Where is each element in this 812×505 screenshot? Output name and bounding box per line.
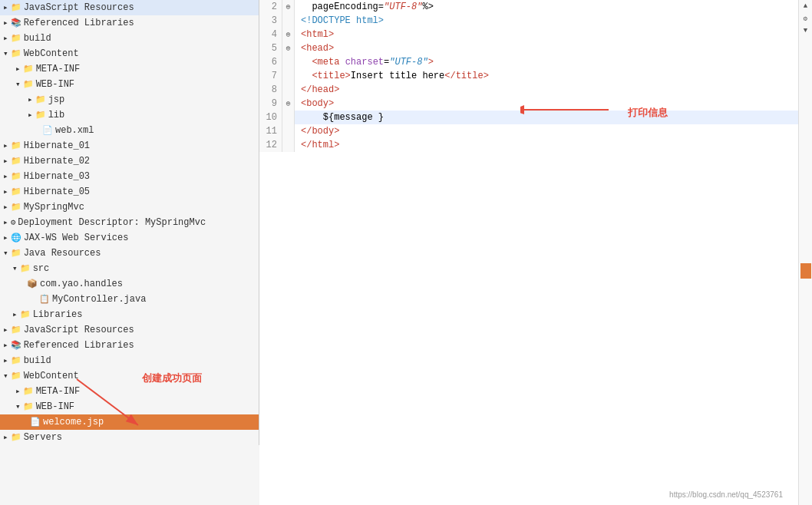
file-icon: 📁 bbox=[20, 262, 31, 276]
expand-icon: ▾ bbox=[3, 369, 8, 383]
line-fold-icon bbox=[282, 124, 295, 138]
file-icon: 📁 bbox=[23, 400, 34, 414]
file-icon: 📁 bbox=[11, 185, 21, 199]
expand-icon: ▸ bbox=[15, 62, 21, 76]
file-icon: 📁 bbox=[20, 308, 31, 322]
tree-item-deployment[interactable]: ▸⚙Deployment Descriptor: MySpringMvc bbox=[0, 215, 259, 230]
line-fold-icon[interactable]: ⊕ bbox=[282, 97, 295, 111]
tree-item-hibernate01[interactable]: ▸📁Hibernate_01 bbox=[0, 138, 259, 153]
line-number: 9 bbox=[259, 97, 282, 111]
tree-item-ref-libraries-2[interactable]: ▸📚Referenced Libraries bbox=[0, 338, 259, 353]
tree-item-hibernate05[interactable]: ▸📁Hibernate_05 bbox=[0, 184, 259, 200]
line-fold-icon bbox=[282, 111, 295, 124]
line-content: <title>Insert title here</title> bbox=[295, 69, 798, 83]
line-fold-icon[interactable]: ⊕ bbox=[282, 28, 295, 41]
tree-label: Hibernate_03 bbox=[24, 170, 90, 183]
tree-label: Hibernate_05 bbox=[24, 185, 90, 199]
tree-label: JAX-WS Web Services bbox=[24, 231, 129, 245]
tree-item-webxml-1[interactable]: 📄web.xml bbox=[0, 123, 259, 138]
expand-icon: ▸ bbox=[3, 170, 8, 183]
tree-label: WEB-INF bbox=[36, 400, 74, 414]
tree-item-webcontent-2[interactable]: ▾📁WebContent bbox=[0, 368, 259, 384]
tree-item-js-resources-1[interactable]: ▸📁JavaScript Resources bbox=[0, 0, 259, 15]
expand-icon: ▸ bbox=[3, 31, 8, 45]
tree-item-web-inf-2[interactable]: ▾📁WEB-INF bbox=[0, 399, 259, 414]
file-icon: 📁 bbox=[11, 1, 21, 15]
file-icon: 📁 bbox=[11, 246, 21, 260]
code-line-12: 12</html> bbox=[259, 138, 798, 152]
line-fold-icon bbox=[282, 83, 295, 97]
minimap-expand[interactable]: ▼ bbox=[800, 25, 812, 37]
tree-label: MyController.java bbox=[52, 292, 146, 306]
file-icon: 📁 bbox=[11, 200, 21, 214]
line-number: 10 bbox=[259, 111, 282, 124]
tree-item-meta-inf-1[interactable]: ▸📁META-INF bbox=[0, 61, 259, 77]
expand-icon: ▸ bbox=[3, 185, 8, 199]
code-line-5: 5⊕<head> bbox=[259, 41, 798, 55]
line-fold-icon bbox=[282, 55, 295, 69]
file-icon: 📄 bbox=[30, 415, 41, 429]
line-fold-icon[interactable]: ⊕ bbox=[282, 41, 295, 55]
tree-label: JavaScript Resources bbox=[24, 323, 134, 337]
line-fold-icon[interactable]: ⊕ bbox=[282, 0, 295, 14]
code-line-3: 3<!DOCTYPE html> bbox=[259, 14, 798, 28]
line-content: </body> bbox=[295, 124, 798, 138]
line-number: 11 bbox=[259, 124, 282, 138]
tree-label: build bbox=[24, 354, 51, 368]
tree-label: jsp bbox=[48, 93, 65, 107]
tree-label: Hibernate_01 bbox=[24, 139, 90, 153]
tree-label: com.yao.handles bbox=[40, 277, 123, 291]
file-icon: 📚 bbox=[11, 338, 21, 352]
file-icon: 📋 bbox=[39, 292, 50, 306]
tree-label: META-INF bbox=[36, 62, 81, 76]
code-editor: 2⊕ pageEncoding="UTF-8"%>3<!DOCTYPE html… bbox=[259, 0, 798, 505]
tree-item-java-resources[interactable]: ▾📁Java Resources bbox=[0, 246, 259, 261]
line-number: 4 bbox=[259, 28, 282, 41]
tree-item-build-2[interactable]: ▸📁build bbox=[0, 353, 259, 368]
file-icon: 📁 bbox=[11, 154, 21, 168]
line-number: 12 bbox=[259, 138, 282, 152]
minimap-highlight bbox=[800, 263, 811, 279]
line-number: 6 bbox=[259, 55, 282, 69]
tree-item-libraries[interactable]: ▸📁Libraries bbox=[0, 307, 259, 322]
expand-icon: ▸ bbox=[3, 354, 8, 368]
expand-icon: ▸ bbox=[3, 323, 8, 337]
tree-item-welcome-jsp[interactable]: 📄welcome.jsp bbox=[0, 414, 259, 430]
minimap-up[interactable]: ▲ bbox=[800, 0, 812, 12]
tree-item-myspringmvc[interactable]: ▸📁MySpringMvc bbox=[0, 200, 259, 215]
line-content: </head> bbox=[295, 83, 798, 97]
expand-icon: ▸ bbox=[28, 108, 33, 122]
tree-item-ref-libraries-1[interactable]: ▸📚Referenced Libraries bbox=[0, 15, 259, 31]
tree-item-web-inf-1[interactable]: ▾📁WEB-INF bbox=[0, 77, 259, 92]
tree-item-mycontroller[interactable]: 📋MyController.java bbox=[0, 292, 259, 307]
file-tree[interactable]: ▸📁JavaScript Resources▸📚Referenced Libra… bbox=[0, 0, 259, 445]
tree-item-meta-inf-2[interactable]: ▸📁META-INF bbox=[0, 384, 259, 399]
tree-item-lib-1[interactable]: ▸📁lib bbox=[0, 107, 259, 123]
tree-item-jaxws[interactable]: ▸🌐JAX-WS Web Services bbox=[0, 230, 259, 246]
minimap-settings[interactable]: ⚙ bbox=[800, 12, 812, 25]
code-line-10: 10 ${message } bbox=[259, 111, 798, 124]
tree-item-hibernate02[interactable]: ▸📁Hibernate_02 bbox=[0, 153, 259, 169]
expand-icon: ▸ bbox=[15, 385, 21, 398]
tree-item-jsp-1[interactable]: ▸📁jsp bbox=[0, 92, 259, 107]
file-icon: 📁 bbox=[11, 354, 21, 368]
tree-item-build-1[interactable]: ▸📁build bbox=[0, 31, 259, 46]
tree-label: Deployment Descriptor: MySpringMvc bbox=[18, 216, 206, 229]
tree-item-hibernate03[interactable]: ▸📁Hibernate_03 bbox=[0, 169, 259, 184]
file-icon: 📁 bbox=[35, 108, 46, 122]
expand-icon: ▾ bbox=[3, 47, 8, 61]
minimap: ▲ ⚙ ▼ bbox=[798, 0, 812, 505]
tree-item-src[interactable]: ▾📁src bbox=[0, 261, 259, 276]
tree-label: WebContent bbox=[24, 47, 79, 61]
tree-item-servers[interactable]: ▸📁Servers bbox=[0, 430, 259, 445]
tree-item-webcontent-1[interactable]: ▾📁WebContent bbox=[0, 46, 259, 61]
code-line-2: 2⊕ pageEncoding="UTF-8"%> bbox=[259, 0, 798, 14]
line-number: 5 bbox=[259, 41, 282, 55]
line-content: ${message } bbox=[295, 111, 798, 124]
tree-item-js-resources-2[interactable]: ▸📁JavaScript Resources bbox=[0, 322, 259, 338]
line-content: <meta charset="UTF-8"> bbox=[295, 55, 798, 69]
line-number: 8 bbox=[259, 83, 282, 97]
tree-item-com-yao[interactable]: 📦com.yao.handles bbox=[0, 276, 259, 292]
file-icon: 📁 bbox=[11, 431, 21, 444]
code-line-7: 7 <title>Insert title here</title> bbox=[259, 69, 798, 83]
